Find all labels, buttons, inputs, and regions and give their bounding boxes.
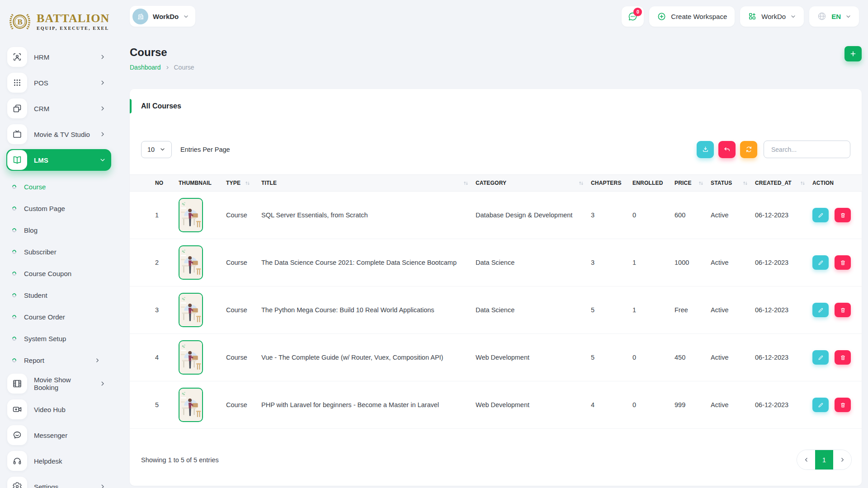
edit-button[interactable] <box>812 303 829 317</box>
column-thumbnail: THUMBNAIL <box>175 175 222 192</box>
sort-arrows-icon <box>800 181 805 186</box>
cell-no: 1 <box>130 192 175 239</box>
entries-per-page-select[interactable]: 10 <box>141 141 172 158</box>
card-header: All Courses <box>130 99 862 113</box>
pagination-next-button[interactable] <box>833 450 851 470</box>
sidebar-item-video-hub[interactable]: Video Hub <box>6 399 111 420</box>
table-controls: 10 Entries Per Page <box>130 141 862 158</box>
pencil-icon <box>817 354 824 361</box>
cell-action <box>809 239 862 286</box>
messages-button[interactable]: 0 <box>622 6 644 27</box>
pagination-prev-button[interactable] <box>797 450 815 470</box>
column-title[interactable]: TITLE <box>258 175 472 192</box>
column-type[interactable]: TYPE <box>222 175 258 192</box>
delete-button[interactable] <box>835 303 851 317</box>
edit-button[interactable] <box>812 398 829 412</box>
column-price[interactable]: PRICE <box>671 175 707 192</box>
cell-no: 4 <box>130 334 175 381</box>
cell-title: The Python Mega Course: Build 10 Real Wo… <box>258 286 472 334</box>
delete-button[interactable] <box>835 398 851 412</box>
workdo-menu-button[interactable]: WorkDo <box>740 6 804 27</box>
edit-button[interactable] <box>812 208 829 222</box>
sort-arrows-icon <box>698 181 703 186</box>
sidebar-subitem-system-setup[interactable]: System Setup <box>6 328 111 349</box>
sidebar-item-helpdesk[interactable]: Helpdesk <box>6 450 111 472</box>
chevron-down-icon <box>845 14 851 19</box>
sidebar-item-label: Helpdesk <box>34 457 106 465</box>
delete-button[interactable] <box>835 350 851 365</box>
pencil-icon <box>817 259 824 266</box>
sidebar-item-settings[interactable]: Settings <box>6 476 111 488</box>
sidebar-subitem-course[interactable]: Course <box>6 176 111 197</box>
chevron-right-icon <box>840 457 845 463</box>
sidebar-subitem-subscriber[interactable]: Subscriber <box>6 241 111 263</box>
sidebar-subitem-report[interactable]: Report <box>6 349 111 371</box>
breadcrumb-dashboard-link[interactable]: Dashboard <box>130 64 161 71</box>
sidebar-subitem-student[interactable]: Student <box>6 284 111 306</box>
language-selector[interactable]: EN <box>809 6 859 27</box>
bullet-icon <box>11 357 17 363</box>
pagination-page-current[interactable]: 1 <box>815 450 833 470</box>
create-workspace-button[interactable]: Create Workspace <box>649 6 735 27</box>
edit-button[interactable] <box>812 255 829 270</box>
sidebar-subitem-label: Subscriber <box>24 248 111 256</box>
sidebar-item-pos[interactable]: POS <box>6 72 111 94</box>
sort-arrows-icon <box>579 181 584 186</box>
search-input[interactable] <box>764 141 850 158</box>
column-created-at[interactable]: CREATED_AT <box>751 175 809 192</box>
table-row: 1 Course SQL Server Essentials, from Scr… <box>130 192 862 239</box>
refresh-icon <box>745 145 753 153</box>
course-thumbnail <box>179 245 203 280</box>
bullet-icon <box>11 336 17 342</box>
breadcrumb-current: Course <box>174 64 194 71</box>
cell-action <box>809 381 862 429</box>
table-body: 1 Course SQL Server Essentials, from Scr… <box>130 192 862 429</box>
cell-price: 1000 <box>671 239 707 286</box>
sidebar-item-hrm[interactable]: HRM <box>6 46 111 68</box>
sidebar-subitem-course-coupon[interactable]: Course Coupon <box>6 263 111 284</box>
sidebar-item-messenger[interactable]: Messenger <box>6 424 111 446</box>
delete-button[interactable] <box>835 255 851 270</box>
refresh-button[interactable] <box>740 141 757 158</box>
bullet-icon <box>11 206 17 211</box>
column-no: NO <box>130 175 175 192</box>
sidebar-item-movie-show-booking[interactable]: Movie Show Booking <box>6 373 111 394</box>
cell-created-at: 06-12-2023 <box>751 334 809 381</box>
create-workspace-label: Create Workspace <box>671 13 727 20</box>
cell-status: Active <box>707 334 751 381</box>
trash-icon <box>840 259 846 266</box>
sidebar-item-movie-tv-studio[interactable]: Movie & TV Studio <box>6 123 111 145</box>
open-book-icon <box>7 150 27 170</box>
column-category[interactable]: CATEGORY <box>472 175 587 192</box>
workspace-switcher[interactable]: WorkDo <box>130 6 195 27</box>
breadcrumb: Dashboard Course <box>130 64 194 71</box>
reset-button[interactable] <box>718 141 736 158</box>
sidebar-item-label: Movie Show Booking <box>34 376 93 391</box>
sidebar-subitem-custom-page[interactable]: Custom Page <box>6 197 111 219</box>
cell-status: Active <box>707 192 751 239</box>
export-button[interactable] <box>697 141 714 158</box>
edit-button[interactable] <box>812 350 829 365</box>
cell-title: Vue - The Complete Guide (w/ Router, Vue… <box>258 334 472 381</box>
sidebar-subitem-blog[interactable]: Blog <box>6 219 111 241</box>
sidebar-item-lms[interactable]: LMS <box>6 149 111 171</box>
sidebar-item-label: Video Hub <box>34 406 106 413</box>
column-status[interactable]: STATUS <box>707 175 751 192</box>
pos-grid-icon <box>7 73 27 93</box>
cell-category: Database Design & Development <box>472 192 587 239</box>
bullet-icon <box>11 292 17 298</box>
add-course-button[interactable] <box>844 46 862 61</box>
cell-type: Course <box>222 239 258 286</box>
sidebar-item-crm[interactable]: CRM <box>6 98 111 119</box>
course-thumbnail <box>179 293 203 327</box>
cell-price: 450 <box>671 334 707 381</box>
cell-price: Free <box>671 286 707 334</box>
trash-icon <box>840 402 846 408</box>
table-row: 3 Course The Python Mega Course: Build 1… <box>130 286 862 334</box>
cell-enrolled: 1 <box>629 239 671 286</box>
cell-chapters: 3 <box>587 239 629 286</box>
sidebar-subitem-course-order[interactable]: Course Order <box>6 306 111 328</box>
table-row: 2 Course The Data Science Course 2021: C… <box>130 239 862 286</box>
delete-button[interactable] <box>835 208 851 222</box>
plus-icon <box>849 50 857 57</box>
